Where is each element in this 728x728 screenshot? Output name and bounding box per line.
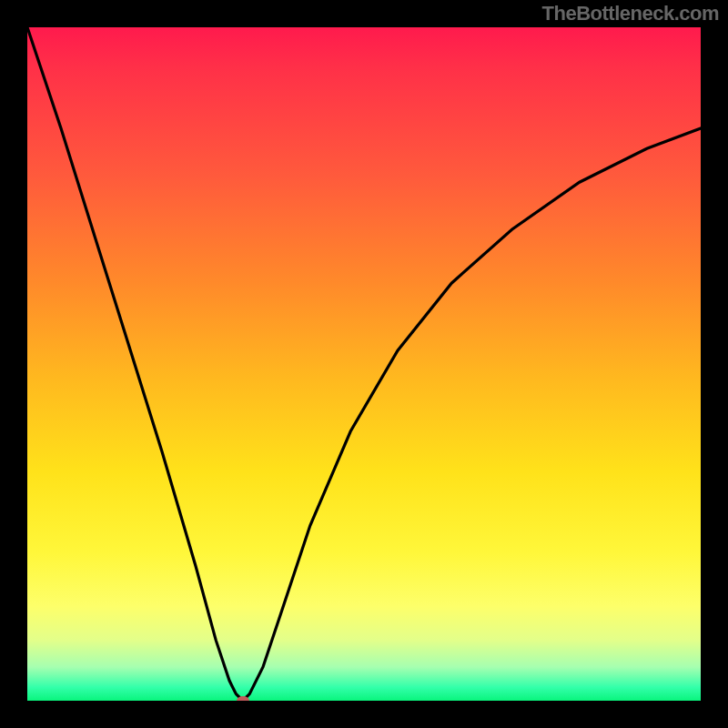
plot-area — [27, 27, 701, 701]
watermark-text: TheBottleneck.com — [542, 2, 719, 25]
minimum-marker — [237, 696, 249, 701]
bottleneck-curve-path — [27, 27, 701, 701]
chart-frame: TheBottleneck.com — [0, 0, 728, 728]
curve-svg — [27, 27, 701, 701]
